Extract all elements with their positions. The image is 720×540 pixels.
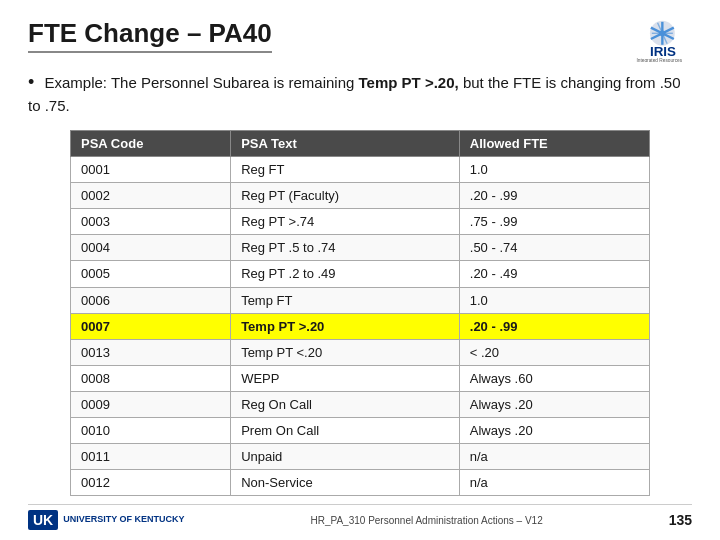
subtitle-text-before: Example: The Personnel Subarea is remain… — [44, 74, 358, 91]
table-wrapper: PSA Code PSA Text Allowed FTE 0001Reg FT… — [28, 130, 692, 496]
cell-code: 0002 — [71, 183, 231, 209]
cell-text: Reg PT (Faculty) — [231, 183, 460, 209]
cell-text: Prem On Call — [231, 417, 460, 443]
cell-code: 0003 — [71, 209, 231, 235]
footer-bar: UK UNIVERSITY OF KENTUCKY HR_PA_310 Pers… — [28, 504, 692, 530]
uk-logo: UK UNIVERSITY OF KENTUCKY — [28, 510, 185, 530]
page-title: FTE Change – PA40 — [28, 18, 272, 53]
col-psa-text: PSA Text — [231, 131, 460, 157]
table-row: 0006Temp FT1.0 — [71, 287, 650, 313]
cell-code: 0007 — [71, 313, 231, 339]
cell-fte: .20 - .99 — [459, 313, 649, 339]
cell-code: 0006 — [71, 287, 231, 313]
uk-logo-box: UK — [28, 510, 58, 530]
cell-fte: .50 - .74 — [459, 235, 649, 261]
subtitle: • Example: The Personnel Subarea is rema… — [28, 70, 692, 116]
svg-point-6 — [659, 30, 665, 36]
col-allowed-fte: Allowed FTE — [459, 131, 649, 157]
cell-fte: 1.0 — [459, 287, 649, 313]
cell-code: 0009 — [71, 391, 231, 417]
table-row: 0008WEPPAlways .60 — [71, 365, 650, 391]
footer-page-number: 135 — [669, 512, 692, 528]
cell-text: Reg On Call — [231, 391, 460, 417]
cell-text: Reg FT — [231, 157, 460, 183]
cell-text: Temp PT <.20 — [231, 339, 460, 365]
cell-code: 0012 — [71, 469, 231, 495]
table-row: 0005Reg PT .2 to .49.20 - .49 — [71, 261, 650, 287]
table-row: 0010Prem On CallAlways .20 — [71, 417, 650, 443]
uk-university-text: UNIVERSITY OF KENTUCKY — [63, 515, 184, 525]
iris-logo: IRIS Integrated Resources — [602, 18, 692, 64]
table-row: 0009Reg On CallAlways .20 — [71, 391, 650, 417]
cell-fte: .20 - .99 — [459, 183, 649, 209]
cell-code: 0010 — [71, 417, 231, 443]
table-row: 0013Temp PT <.20< .20 — [71, 339, 650, 365]
table-row: 0007Temp PT >.20.20 - .99 — [71, 313, 650, 339]
table-row: 0011Unpaidn/a — [71, 443, 650, 469]
cell-fte: Always .20 — [459, 417, 649, 443]
bullet: • — [28, 70, 34, 95]
cell-text: Non-Service — [231, 469, 460, 495]
col-psa-code: PSA Code — [71, 131, 231, 157]
cell-code: 0008 — [71, 365, 231, 391]
table-row: 0001Reg FT1.0 — [71, 157, 650, 183]
cell-code: 0001 — [71, 157, 231, 183]
cell-text: Reg PT .2 to .49 — [231, 261, 460, 287]
cell-fte: Always .20 — [459, 391, 649, 417]
cell-fte: .75 - .99 — [459, 209, 649, 235]
cell-text: Unpaid — [231, 443, 460, 469]
header-row: FTE Change – PA40 IRIS Integrated Resour… — [28, 18, 692, 64]
subtitle-bold: Temp PT >.20, — [359, 74, 459, 91]
cell-code: 0013 — [71, 339, 231, 365]
table-row: 0004Reg PT .5 to .74.50 - .74 — [71, 235, 650, 261]
page-container: FTE Change – PA40 IRIS Integrated Resour… — [0, 0, 720, 540]
cell-fte: n/a — [459, 443, 649, 469]
psa-table: PSA Code PSA Text Allowed FTE 0001Reg FT… — [70, 130, 650, 496]
svg-text:IRIS: IRIS — [650, 44, 676, 59]
cell-fte: .20 - .49 — [459, 261, 649, 287]
cell-fte: Always .60 — [459, 365, 649, 391]
table-row: 0002Reg PT (Faculty).20 - .99 — [71, 183, 650, 209]
cell-fte: n/a — [459, 469, 649, 495]
cell-text: Reg PT .5 to .74 — [231, 235, 460, 261]
footer-center-text: HR_PA_310 Personnel Administration Actio… — [201, 515, 653, 526]
cell-text: WEPP — [231, 365, 460, 391]
cell-code: 0005 — [71, 261, 231, 287]
cell-text: Temp PT >.20 — [231, 313, 460, 339]
cell-text: Reg PT >.74 — [231, 209, 460, 235]
cell-code: 0011 — [71, 443, 231, 469]
table-header-row: PSA Code PSA Text Allowed FTE — [71, 131, 650, 157]
cell-code: 0004 — [71, 235, 231, 261]
cell-text: Temp FT — [231, 287, 460, 313]
svg-text:Integrated Resources: Integrated Resources — [637, 58, 683, 62]
table-row: 0012Non-Servicen/a — [71, 469, 650, 495]
table-row: 0003Reg PT >.74.75 - .99 — [71, 209, 650, 235]
cell-fte: < .20 — [459, 339, 649, 365]
cell-fte: 1.0 — [459, 157, 649, 183]
